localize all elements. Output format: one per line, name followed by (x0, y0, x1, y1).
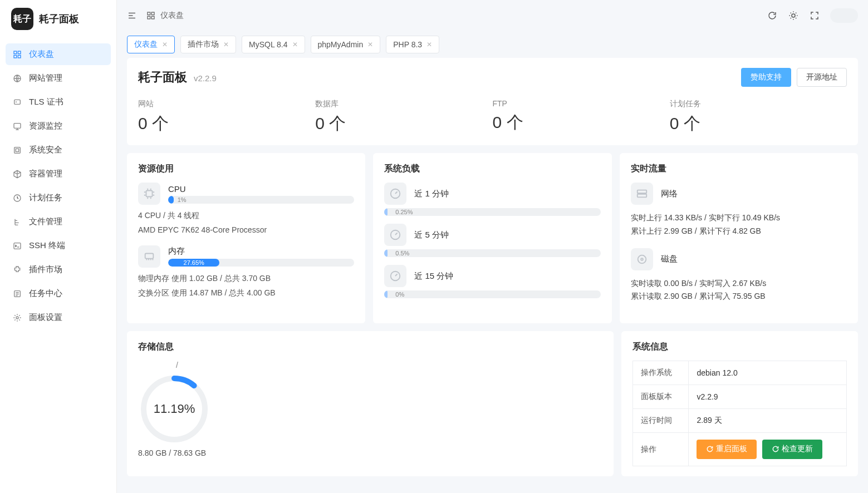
breadcrumb-label: 仪表盘 (160, 11, 184, 21)
fullscreen-icon[interactable] (809, 10, 820, 21)
cpu-label: CPU (168, 184, 354, 194)
svg-rect-11 (14, 243, 21, 249)
close-icon[interactable]: ✕ (162, 41, 168, 48)
traffic-card: 实时流量 网络 实时上行 14.33 KB/s / 实时下行 10.49 KB/… (620, 153, 858, 323)
sys-ver-v: v2.2.9 (689, 385, 847, 409)
lock-icon (12, 145, 22, 155)
load-label: 近 1 分钟 (414, 189, 449, 199)
storage-pct: 11.19% (138, 373, 210, 445)
stat-0[interactable]: 网站0 个 (138, 99, 315, 135)
stat-label: 计划任务 (670, 99, 847, 109)
sidebar-item-5[interactable]: 容器管理 (6, 163, 111, 185)
close-icon[interactable]: ✕ (426, 41, 432, 48)
svg-rect-25 (637, 194, 646, 198)
disk-icon (631, 248, 653, 270)
tab-1[interactable]: 插件市场✕ (180, 36, 236, 53)
mem-pct: 27.65% (184, 259, 204, 266)
check-update-button[interactable]: 检查更新 (762, 440, 822, 459)
sidebar-item-2[interactable]: TLS 证书 (6, 91, 111, 113)
svg-rect-17 (151, 16, 154, 19)
sidebar-item-0[interactable]: 仪表盘 (6, 43, 111, 65)
cube-icon (12, 169, 22, 179)
stat-label: 网站 (138, 99, 315, 109)
stats-grid: 网站0 个数据库0 个FTP0 个计划任务0 个 (138, 99, 847, 135)
close-icon[interactable]: ✕ (292, 41, 298, 48)
storage-gauge: 11.19% (138, 373, 210, 445)
sidebar-item-label: TLS 证书 (29, 97, 63, 107)
mem-label: 内存 (168, 246, 354, 257)
stat-label: 数据库 (315, 99, 492, 109)
brand-badge: 耗子 (11, 8, 33, 30)
sidebar-item-4[interactable]: 系统安全 (6, 139, 111, 161)
tab-3[interactable]: phpMyAdmin✕ (311, 36, 381, 53)
sys-os-v: debian 12.0 (689, 361, 847, 385)
svg-rect-3 (18, 55, 21, 58)
topbar: 仪表盘 (117, 0, 868, 31)
load-label: 近 5 分钟 (414, 230, 449, 240)
svg-rect-16 (148, 16, 150, 19)
stat-value: 0 个 (670, 112, 847, 135)
load-row-0: 近 1 分钟 (384, 183, 600, 205)
load-pct: 0.5% (395, 250, 409, 257)
resource-card: 资源使用 CPU 1% 4 CPU / 共 4 (127, 153, 365, 323)
sidebar-item-1[interactable]: 网站管理 (6, 67, 111, 89)
sidebar-item-10[interactable]: 任务中心 (6, 283, 111, 304)
close-icon[interactable]: ✕ (367, 41, 373, 48)
network-line2: 累计上行 2.99 GB / 累计下行 4.82 GB (631, 225, 847, 238)
storage-sub: 8.80 GB / 78.63 GB (138, 448, 216, 457)
theme-icon[interactable] (788, 10, 799, 21)
source-button[interactable]: 开源地址 (797, 68, 847, 87)
tasks-icon (12, 289, 22, 299)
svg-point-18 (792, 14, 795, 17)
svg-rect-1 (18, 51, 21, 54)
svg-rect-19 (146, 191, 153, 197)
sidebar-item-7[interactable]: 文件管理 (6, 211, 111, 233)
sidebar: 耗子 耗子面板 仪表盘网站管理TLS 证书资源监控系统安全容器管理计划任务文件管… (0, 0, 117, 493)
stat-2[interactable]: FTP0 个 (493, 99, 670, 135)
tab-0[interactable]: 仪表盘✕ (127, 36, 175, 53)
sidebar-item-6[interactable]: 计划任务 (6, 187, 111, 209)
tab-label: 插件市场 (188, 40, 219, 50)
monitor-icon (12, 121, 22, 131)
collapse-sidebar-icon[interactable] (127, 11, 137, 21)
gauge-icon (384, 265, 406, 287)
sponsor-button[interactable]: 赞助支持 (741, 68, 791, 87)
sidebar-item-8[interactable]: SSH 终端 (6, 235, 111, 257)
tab-label: 仪表盘 (134, 40, 158, 50)
stat-3[interactable]: 计划任务0 个 (670, 99, 847, 135)
close-icon[interactable]: ✕ (223, 41, 229, 48)
disk-label: 磁盘 (661, 254, 678, 264)
stat-1[interactable]: 数据库0 个 (315, 99, 492, 135)
shield-icon (12, 97, 22, 107)
panel-name: 耗子面板 (138, 69, 187, 86)
disk-line1: 实时读取 0.00 B/s / 实时写入 2.67 KB/s (631, 277, 847, 290)
storage-mount: / (138, 361, 216, 369)
sidebar-item-9[interactable]: 插件市场 (6, 259, 111, 280)
tab-4[interactable]: PHP 8.3✕ (386, 36, 439, 53)
sidebar-item-3[interactable]: 资源监控 (6, 115, 111, 137)
svg-rect-24 (637, 190, 646, 194)
tab-label: phpMyAdmin (318, 40, 364, 49)
sidebar-item-label: 计划任务 (29, 193, 62, 203)
tabs-row: 仪表盘✕插件市场✕MySQL 8.4✕phpMyAdmin✕PHP 8.3✕ (117, 31, 868, 58)
sidebar-item-label: 仪表盘 (29, 49, 54, 60)
restart-button[interactable]: 重启面板 (697, 440, 757, 459)
clock-icon (12, 193, 22, 203)
sidebar-item-11[interactable]: 面板设置 (6, 307, 111, 328)
network-icon (631, 183, 653, 205)
stat-value: 0 个 (315, 112, 492, 135)
sys-uptime-v: 2.89 天 (689, 409, 847, 433)
load-pct: 0.25% (395, 209, 413, 215)
sysinfo-card: 系统信息 操作系统debian 12.0 面板版本v2.2.9 运行时间2.89… (621, 331, 858, 476)
tab-label: MySQL 8.4 (249, 40, 288, 49)
brand-title: 耗子面板 (39, 12, 79, 26)
load-bar-0: 0.25% (384, 208, 600, 216)
tab-2[interactable]: MySQL 8.4✕ (242, 36, 305, 53)
gauge-icon (384, 224, 406, 246)
disk-line2: 累计读取 2.90 GB / 累计写入 75.95 GB (631, 290, 847, 303)
panel-header-card: 耗子面板 v2.2.9 赞助支持 开源地址 网站0 个数据库0 个FTP0 个计… (127, 58, 858, 145)
load-pct: 0% (395, 291, 404, 298)
refresh-icon[interactable] (767, 10, 778, 21)
load-bar-1: 0.5% (384, 249, 600, 257)
user-menu[interactable] (830, 8, 858, 23)
